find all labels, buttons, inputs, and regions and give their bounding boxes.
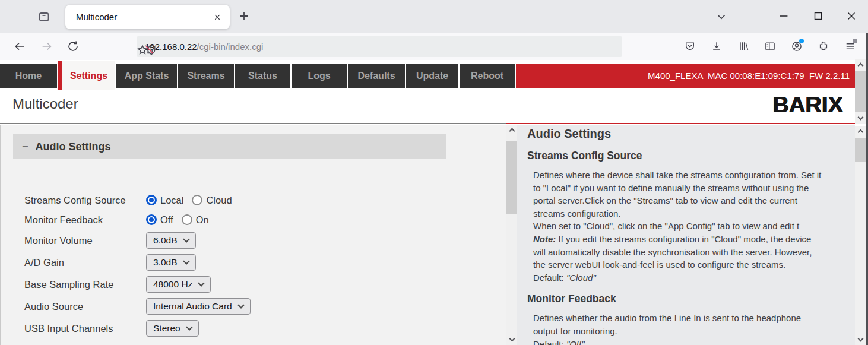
row-usb-input-channels: USB Input Channels Stereo: [24, 320, 251, 337]
nav-tab-streams[interactable]: Streams: [178, 64, 234, 88]
help-heading-monitor-feedback: Monitor Feedback: [527, 293, 855, 305]
bookmark-star-icon[interactable]: [137, 44, 148, 56]
firefox-view-icon[interactable]: [37, 10, 51, 24]
settings-frame: − Audio Settings Streams Config Source L…: [0, 125, 506, 345]
radio-cloud[interactable]: [192, 195, 202, 205]
scroll-down-button[interactable]: [855, 334, 866, 345]
select-value: 6.0dB: [153, 235, 178, 246]
radio-off[interactable]: [146, 214, 157, 225]
device-nav-bar: Home Settings App Stats Streams Status L…: [0, 64, 855, 88]
note-text: If you edit the streams configuration in…: [533, 234, 812, 270]
browser-toolbar: 192.168.0.22/cgi-bin/index.cgi: [0, 33, 868, 60]
nav-tab-app-stats[interactable]: App Stats: [116, 64, 177, 88]
nav-tab-reboot[interactable]: Reboot: [460, 64, 515, 88]
row-base-sampling-rate: Base Sampling Rate 48000 Hz: [24, 276, 251, 293]
scrollbar-thumb[interactable]: [506, 141, 517, 214]
nav-tab-settings[interactable]: Settings: [58, 61, 115, 90]
scrollbar-thumb[interactable]: [855, 71, 866, 112]
library-icon[interactable]: [737, 40, 749, 52]
field-label: Audio Source: [24, 301, 146, 312]
field-label: Monitor Volume: [24, 235, 146, 246]
scroll-down-button[interactable]: [855, 113, 866, 124]
list-all-tabs-icon[interactable]: [715, 10, 728, 23]
new-tab-button[interactable]: [237, 9, 251, 23]
default-value: "Cloud": [566, 273, 596, 283]
row-ad-gain: A/D Gain 3.0dB: [24, 254, 251, 271]
ad-gain-select[interactable]: 3.0dB: [146, 254, 196, 271]
help-title: Audio Settings: [527, 127, 855, 141]
page-header: Multicoder BARIX: [0, 88, 855, 123]
help-text: Defines where the device shall take the …: [533, 169, 854, 284]
radio-local[interactable]: [146, 195, 157, 205]
reload-button[interactable]: [66, 40, 80, 53]
help-frame-scrollbar[interactable]: [855, 126, 866, 345]
pocket-icon[interactable]: [684, 40, 696, 52]
note-label: Note:: [533, 234, 556, 244]
help-paragraph: Defines whether the audio from the Line …: [533, 313, 801, 336]
barix-logo: BARIX: [772, 93, 843, 118]
row-monitor-feedback: Monitor Feedback Off On: [24, 213, 251, 227]
scroll-up-button[interactable]: [855, 59, 866, 70]
url-path: /cgi-bin/index.cgi: [197, 42, 264, 52]
tab-close-icon[interactable]: [212, 12, 223, 23]
nav-tab-defaults[interactable]: Defaults: [348, 64, 405, 88]
window-minimize-button[interactable]: [777, 10, 790, 23]
scroll-down-button[interactable]: [506, 334, 517, 345]
header-frame-scrollbar[interactable]: [855, 59, 866, 124]
row-monitor-volume: Monitor Volume 6.0dB: [24, 232, 251, 249]
window-maximize-button[interactable]: [812, 10, 825, 23]
collapse-minus-icon[interactable]: −: [22, 141, 28, 153]
radio-label-on: On: [196, 214, 209, 226]
default-label: Default:: [533, 339, 566, 345]
select-value: Stereo: [153, 323, 180, 334]
page-title: Multicoder: [12, 96, 78, 112]
select-value: 48000 Hz: [153, 279, 192, 290]
window-close-button[interactable]: [845, 10, 858, 23]
downloads-icon[interactable]: [711, 40, 723, 52]
help-text: Defines whether the audio from the Line …: [533, 312, 854, 345]
radio-on[interactable]: [182, 214, 192, 225]
scrollbar-thumb[interactable]: [855, 138, 866, 162]
url-bar[interactable]: 192.168.0.22/cgi-bin/index.cgi: [137, 36, 622, 57]
url-text: 192.168.0.22/cgi-bin/index.cgi: [145, 42, 622, 52]
field-label: A/D Gain: [24, 257, 146, 268]
help-frame: Audio Settings Streams Config Source Def…: [517, 125, 855, 345]
content-area: − Audio Settings Streams Config Source L…: [0, 124, 868, 345]
select-value: Internal Audio Card: [153, 301, 232, 312]
forward-button[interactable]: [40, 40, 53, 53]
device-info-text: M400_FLEXA MAC 00:08:E1:09:C1:79 FW 2.2.…: [648, 71, 855, 81]
window-right-border: [866, 33, 868, 345]
nav-tab-status[interactable]: Status: [235, 64, 290, 88]
back-button[interactable]: [13, 40, 26, 53]
chevron-down-icon: [183, 258, 189, 264]
scroll-up-button[interactable]: [506, 125, 517, 135]
nav-tab-logs[interactable]: Logs: [292, 64, 347, 88]
audio-source-select[interactable]: Internal Audio Card: [146, 298, 251, 315]
browser-tab[interactable]: Multicoder: [65, 5, 230, 29]
field-label: USB Input Channels: [24, 323, 146, 334]
tab-title: Multicoder: [76, 12, 212, 22]
menu-notification-dot: [853, 39, 857, 43]
select-value: 3.0dB: [153, 257, 178, 268]
settings-frame-scrollbar[interactable]: [506, 125, 517, 345]
browser-window: Multicoder: [0, 0, 868, 345]
row-streams-config-source: Streams Config Source Local Cloud: [24, 193, 251, 207]
default-value: "Off": [566, 339, 585, 345]
help-heading-streams-config-source: Streams Config Source: [527, 150, 855, 162]
field-label: Monitor Feedback: [24, 214, 146, 226]
section-title: Audio Settings: [36, 141, 111, 153]
monitor-volume-select[interactable]: 6.0dB: [146, 232, 196, 249]
nav-tab-update[interactable]: Update: [406, 64, 458, 88]
nav-tab-home[interactable]: Home: [0, 64, 57, 88]
field-label: Streams Config Source: [24, 195, 146, 206]
sidebar-icon[interactable]: [764, 40, 776, 52]
scroll-up-button[interactable]: [855, 126, 866, 137]
base-sampling-rate-select[interactable]: 48000 Hz: [146, 276, 211, 293]
chevron-down-icon: [183, 236, 189, 242]
extensions-puzzle-icon[interactable]: [818, 40, 829, 52]
help-paragraph: Defines where the device shall take the …: [533, 170, 821, 231]
row-audio-source: Audio Source Internal Audio Card: [24, 298, 251, 315]
usb-input-channels-select[interactable]: Stereo: [146, 320, 199, 337]
audio-settings-section-header[interactable]: − Audio Settings: [13, 134, 446, 159]
audio-settings-form: Streams Config Source Local Cloud Monito…: [24, 193, 251, 342]
